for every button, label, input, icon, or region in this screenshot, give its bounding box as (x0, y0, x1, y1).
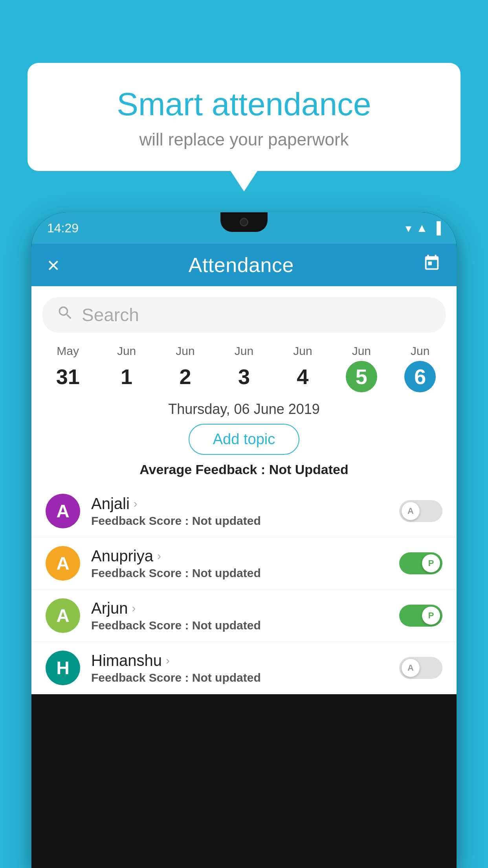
student-name-3: Himanshu › (91, 652, 388, 669)
date-day-2: 2 (170, 361, 201, 392)
toggle-container-1[interactable]: P (399, 552, 442, 574)
avg-feedback-value: Not Updated (269, 462, 349, 477)
student-info-2: Arjun › Feedback Score : Not updated (91, 600, 388, 632)
student-feedback-2: Feedback Score : Not updated (91, 619, 388, 632)
student-avatar-2: A (46, 598, 80, 633)
date-strip: May 31 Jun 1 Jun 2 Jun 3 Jun 4 Jun 5 (31, 340, 457, 392)
student-info-3: Himanshu › Feedback Score : Not updated (91, 652, 388, 684)
phone-camera (240, 218, 248, 226)
date-day-4: 4 (287, 361, 318, 392)
attendance-toggle-2[interactable]: P (399, 605, 442, 627)
app-title: Attendance (189, 253, 294, 277)
date-day-3: 3 (228, 361, 260, 392)
student-row[interactable]: A Anupriya › Feedback Score : Not update… (31, 537, 457, 590)
date-month-1: Jun (97, 344, 156, 358)
date-day-1: 1 (111, 361, 142, 392)
date-month-0: May (39, 344, 97, 358)
search-icon (57, 304, 74, 326)
status-time: 14:29 (47, 221, 79, 235)
student-avatar-0: A (46, 494, 80, 528)
date-cell-5[interactable]: Jun 5 (332, 344, 391, 392)
student-feedback-3: Feedback Score : Not updated (91, 671, 388, 684)
toggle-container-3[interactable]: A (399, 657, 442, 679)
date-day-0: 31 (52, 361, 84, 392)
calendar-icon[interactable] (423, 254, 441, 276)
toggle-thumb-2: P (422, 607, 440, 625)
speech-bubble-container: Smart attendance will replace your paper… (28, 63, 460, 171)
date-cell-6[interactable]: Jun 6 (391, 344, 449, 392)
student-feedback-1: Feedback Score : Not updated (91, 566, 388, 580)
speech-bubble: Smart attendance will replace your paper… (28, 63, 460, 171)
status-bar: 14:29 ▾ ▲ ▐ (31, 212, 457, 244)
student-row[interactable]: A Arjun › Feedback Score : Not updated P (31, 590, 457, 642)
date-month-5: Jun (332, 344, 391, 358)
student-avatar-3: H (46, 651, 80, 685)
date-month-3: Jun (215, 344, 273, 358)
app-content: Search May 31 Jun 1 Jun 2 Jun 3 Jun (31, 286, 457, 694)
toggle-container-0[interactable]: A (399, 500, 442, 522)
chevron-right-icon: › (132, 601, 136, 615)
speech-bubble-title: Smart attendance (59, 86, 429, 122)
add-topic-button[interactable]: Add topic (189, 424, 299, 455)
speech-bubble-subtitle: will replace your paperwork (59, 130, 429, 149)
date-day-6: 6 (404, 361, 436, 392)
battery-icon: ▐ (433, 221, 441, 235)
student-name-0: Anjali › (91, 495, 388, 513)
date-month-4: Jun (273, 344, 332, 358)
student-name-2: Arjun › (91, 600, 388, 617)
attendance-toggle-0[interactable]: A (399, 500, 442, 522)
student-info-1: Anupriya › Feedback Score : Not updated (91, 547, 388, 580)
chevron-right-icon: › (134, 497, 138, 510)
wifi-icon: ▾ (405, 221, 411, 235)
phone-notch (220, 212, 268, 232)
attendance-toggle-3[interactable]: A (399, 657, 442, 679)
toggle-thumb-1: P (422, 554, 440, 572)
toggle-thumb-3: A (402, 659, 420, 677)
selected-date-label: Thursday, 06 June 2019 (31, 401, 457, 417)
student-row[interactable]: A Anjali › Feedback Score : Not updated … (31, 485, 457, 537)
search-placeholder: Search (82, 304, 139, 326)
date-cell-3[interactable]: Jun 3 (215, 344, 273, 392)
close-button[interactable]: × (47, 253, 60, 277)
student-feedback-0: Feedback Score : Not updated (91, 514, 388, 528)
app-header: × Attendance (31, 244, 457, 286)
phone-frame: 14:29 ▾ ▲ ▐ × Attendance Search (31, 212, 457, 868)
chevron-right-icon: › (157, 549, 161, 563)
student-info-0: Anjali › Feedback Score : Not updated (91, 495, 388, 528)
student-name-1: Anupriya › (91, 547, 388, 565)
date-month-2: Jun (156, 344, 215, 358)
attendance-toggle-1[interactable]: P (399, 552, 442, 574)
date-day-5: 5 (346, 361, 377, 392)
date-month-6: Jun (391, 344, 449, 358)
signal-icon: ▲ (416, 221, 428, 235)
status-icons: ▾ ▲ ▐ (405, 221, 441, 235)
date-cell-0[interactable]: May 31 (39, 344, 97, 392)
search-bar[interactable]: Search (42, 297, 446, 333)
date-cell-2[interactable]: Jun 2 (156, 344, 215, 392)
toggle-thumb-0: A (402, 502, 420, 520)
avg-feedback-label: Average Feedback : (139, 462, 265, 477)
date-cell-1[interactable]: Jun 1 (97, 344, 156, 392)
student-list: A Anjali › Feedback Score : Not updated … (31, 485, 457, 694)
student-row[interactable]: H Himanshu › Feedback Score : Not update… (31, 642, 457, 694)
chevron-right-icon: › (166, 654, 170, 667)
date-cell-4[interactable]: Jun 4 (273, 344, 332, 392)
student-avatar-1: A (46, 546, 80, 581)
toggle-container-2[interactable]: P (399, 605, 442, 627)
avg-feedback: Average Feedback : Not Updated (31, 462, 457, 477)
